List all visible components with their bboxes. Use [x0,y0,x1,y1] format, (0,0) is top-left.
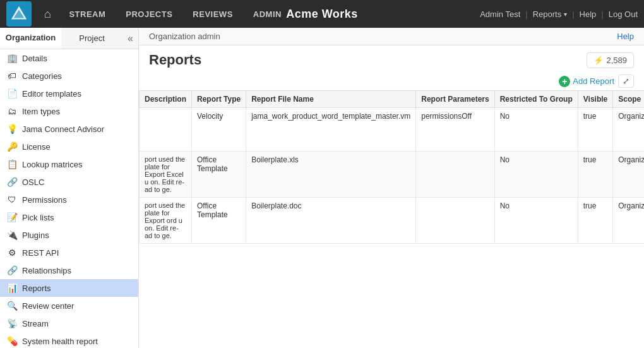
sidebar-item-details[interactable]: 🏢 Details [0,49,138,67]
sidebar-item-system-health-report[interactable]: 💊 System health report [0,332,138,348]
sidebar-label-editor-templates: Editor templates [22,89,81,99]
details-icon: 🏢 [6,53,18,63]
sep2: | [572,9,574,19]
sidebar-tabs: Organization Project [0,28,122,49]
row1-description [140,108,192,152]
sep3: | [601,9,603,19]
oslc-icon: 🔗 [6,177,18,187]
col-visible: Visible [578,91,612,108]
col-description: Description [140,91,192,108]
sidebar-item-permissions[interactable]: 🛡 Permissions [0,191,138,208]
row2-restricted: No [494,152,578,198]
sidebar-item-jama-connect-advisor[interactable]: 💡 Jama Connect Advisor [0,120,138,138]
nav-help[interactable]: Help [580,9,597,19]
sidebar-label-review-center: Review center [22,301,74,311]
col-report-parameters: Report Parameters [416,91,494,108]
main-content: Organization admin Help Reports ⚡ 2,589 … [139,28,644,348]
row1-report-type: Velocity [192,108,246,152]
item-count: ⚡ 2,589 [587,52,634,68]
top-navigation: ⌂ STREAM PROJECTS REVIEWS ADMIN Acme Wor… [0,0,644,28]
sidebar-item-relationships[interactable]: 🔗 Relationships [0,261,138,279]
row2-scope: Organization [613,152,644,198]
lookup-matrices-icon: 📋 [6,159,18,169]
help-link[interactable]: Help [617,32,634,41]
sidebar-label-rest-api: REST API [22,248,59,258]
page-title-row: Reports ⚡ 2,589 [139,45,644,72]
col-report-type: Report Type [192,91,246,108]
sidebar-item-item-types[interactable]: 🗂 Item types [0,102,138,120]
row3-restricted: No [494,198,578,244]
jama-advisor-icon: 💡 [6,124,18,134]
sidebar-label-reports: Reports [22,284,51,293]
add-report-button[interactable]: + Add Report [559,76,614,87]
dropdown-arrow: ▾ [564,11,567,18]
sidebar-label-system-health: System health report [22,337,98,346]
nav-admin[interactable]: ADMIN [243,0,292,28]
table-wrapper: Description Report Type Report File Name… [139,90,644,348]
nav-user[interactable]: Admin Test [480,9,520,19]
sidebar-collapse-button[interactable]: « [122,29,138,48]
sidebar-item-rest-api[interactable]: ⚙ REST API [0,244,138,261]
row2-report-type: Office Template [192,152,246,198]
nav-stream[interactable]: STREAM [59,0,116,28]
pulse-icon: ⚡ [593,56,604,65]
nav-logout[interactable]: Log Out [609,9,638,19]
plus-icon: + [559,76,570,87]
row3-report-type: Office Template [192,198,246,244]
sidebar-item-reports[interactable]: 📊 Reports [0,279,138,297]
row1-restricted: No [494,108,578,152]
system-health-icon: 💊 [6,336,18,346]
table-row: port used the plate for Export ord u on.… [140,198,645,244]
sidebar-label-stream: Stream [22,319,49,328]
sidebar-label-plugins: Plugins [22,231,49,240]
sidebar: Organization Project « 🏢 Details 🏷 Categ… [0,28,139,348]
nav-reports-link[interactable]: Reports [533,9,562,19]
reports-icon: 📊 [6,283,18,293]
app-title: Acme Works [286,8,358,21]
table-header-row: Description Report Type Report File Name… [140,91,645,108]
sidebar-item-lookup-matrices[interactable]: 📋 Lookup matrices [0,155,138,173]
main-layout: Organization Project « 🏢 Details 🏷 Categ… [0,28,644,348]
sidebar-item-oslc[interactable]: 🔗 OSLC [0,173,138,191]
sidebar-item-license[interactable]: 🔑 License [0,138,138,155]
app-logo[interactable] [6,1,32,27]
tab-organization[interactable]: Organization [0,28,61,49]
sidebar-item-plugins[interactable]: 🔌 Plugins [0,226,138,244]
col-restricted-to-group: Restricted To Group [494,91,578,108]
nav-home[interactable]: ⌂ [37,0,59,28]
tab-project[interactable]: Project [61,28,122,49]
sidebar-item-review-center[interactable]: 🔍 Review center [0,297,138,315]
plugins-icon: 🔌 [6,230,18,240]
expand-button[interactable]: ⤢ [618,75,634,88]
col-report-file-name: Report File Name [246,91,416,108]
col-scope: Scope [613,91,644,108]
toolbar-row: + Add Report ⤢ [139,72,644,90]
row1-scope: Organization [613,108,644,152]
nav-projects[interactable]: PROJECTS [116,0,182,28]
sep1: | [525,9,527,19]
table-row: port used the plate for Export Excel u o… [140,152,645,198]
content-header: Organization admin Help [139,28,644,45]
sidebar-item-stream[interactable]: 📡 Stream [0,315,138,332]
sidebar-tabs-row: Organization Project « [0,28,138,49]
permissions-icon: 🛡 [6,195,18,205]
row3-visible: true [578,198,612,244]
sidebar-label-jama-advisor: Jama Connect Advisor [22,124,104,134]
sidebar-label-categories: Categories [22,71,62,81]
sidebar-label-relationships: Relationships [22,266,71,275]
sidebar-label-license: License [22,142,51,152]
sidebar-item-editor-templates[interactable]: 📄 Editor templates [0,85,138,102]
item-types-icon: 🗂 [6,106,18,116]
nav-reviews[interactable]: REVIEWS [182,0,242,28]
add-report-label: Add Report [573,76,614,86]
rest-api-icon: ⚙ [6,248,18,258]
sidebar-item-categories[interactable]: 🏷 Categories [0,67,138,85]
top-nav-right: Admin Test | Reports ▾ | Help | Log Out [480,9,638,19]
row1-visible: true [578,108,612,152]
row3-scope: Organization [613,198,644,244]
sidebar-label-item-types: Item types [22,107,60,116]
row1-report-file-name: jama_work_product_word_template_master.v… [246,108,416,152]
sidebar-item-pick-lists[interactable]: 📝 Pick lists [0,208,138,226]
sidebar-label-lookup-matrices: Lookup matrices [22,160,82,169]
reports-table: Description Report Type Report File Name… [139,90,644,244]
